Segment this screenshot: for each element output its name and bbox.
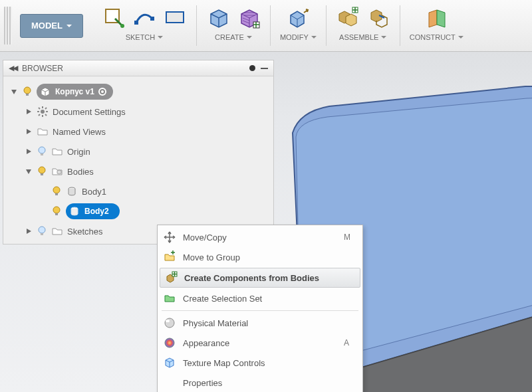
expand-toggle-icon[interactable] [25, 167, 33, 175]
press-pull-button[interactable] [286, 5, 310, 29]
panel-collapse-button[interactable]: ◀◀ [9, 64, 17, 72]
ctx-move-to-group[interactable]: Move to Group [159, 247, 361, 267]
dropdown-caret-icon [381, 36, 386, 41]
extrude-button[interactable] [206, 5, 230, 29]
tree-node-body2[interactable]: Body2 [7, 201, 273, 221]
ctx-label: Create Components from Bodies [184, 273, 336, 283]
svg-rect-21 [41, 233, 43, 235]
visibility-bulb-icon[interactable] [22, 86, 33, 97]
active-component-indicator-icon[interactable] [98, 88, 106, 96]
visibility-bulb-icon[interactable] [37, 146, 47, 157]
svg-point-12 [39, 167, 45, 173]
dropdown-caret-icon [247, 36, 252, 41]
new-component-button[interactable] [336, 5, 360, 29]
panel-pin-button[interactable] [249, 65, 255, 71]
svg-point-20 [39, 227, 45, 233]
toolbar-group-create-label[interactable]: CREATE [215, 33, 252, 41]
dropdown-caret-icon [158, 36, 163, 41]
ctx-move-copy[interactable]: Move/Copy M [159, 227, 361, 247]
construct-plane-button[interactable] [424, 5, 448, 29]
ctx-texture-map-controls[interactable]: Texture Map Controls [159, 353, 361, 373]
svg-point-1 [120, 24, 124, 28]
texture-map-icon [163, 356, 176, 369]
selected-body-chip[interactable]: Body2 [66, 203, 120, 219]
toolbar-group-sketch-label[interactable]: SKETCH [126, 33, 164, 41]
toolbar-grip[interactable] [4, 7, 12, 45]
tree-node-body1[interactable]: Body1 [7, 181, 273, 201]
svg-rect-8 [26, 94, 29, 96]
ctx-properties[interactable]: Properties [159, 373, 361, 392]
toolbar-group-construct: CONSTRUCT [400, 0, 473, 51]
main-toolbar: MODEL SKETCH CREATE [0, 0, 532, 52]
svg-point-9 [41, 110, 45, 114]
ctx-create-selection-set[interactable]: Create Selection Set [159, 288, 361, 308]
tree-node-bodies[interactable]: Bodies [7, 161, 273, 181]
toolbar-group-modify-label[interactable]: MODIFY [280, 33, 317, 41]
toolbar-group-construct-label[interactable]: CONSTRUCT [410, 33, 464, 41]
rectangle-button[interactable] [163, 5, 187, 29]
spline-button[interactable] [132, 5, 156, 29]
browser-panel: ◀◀ BROWSER Корпус v1 Document Settings N… [3, 60, 274, 245]
material-sphere-icon [163, 316, 176, 330]
body-cylinder-icon [68, 205, 80, 217]
bodies-folder-icon [51, 165, 63, 177]
svg-rect-15 [55, 193, 58, 195]
browser-panel-header: ◀◀ BROWSER [3, 60, 273, 76]
caret-down-icon [66, 25, 72, 30]
svg-point-24 [166, 320, 170, 322]
toolbar-group-sketch: SKETCH [92, 0, 196, 51]
ctx-physical-material[interactable]: Physical Material [159, 313, 361, 333]
node-label: Body2 [84, 207, 109, 216]
svg-rect-18 [55, 213, 58, 215]
group-folder-icon [163, 250, 176, 264]
browser-title: BROWSER [22, 64, 244, 73]
expand-toggle-icon[interactable] [10, 88, 18, 96]
tree-node-origin[interactable]: Origin [7, 142, 273, 161]
visibility-bulb-icon[interactable] [51, 206, 62, 217]
ctx-appearance[interactable]: Appearance A [159, 333, 361, 353]
ctx-label: Appearance [183, 338, 337, 348]
box-primitive-button[interactable] [237, 5, 261, 29]
folder-icon [51, 146, 63, 157]
ctx-label: Move/Copy [183, 233, 337, 243]
expand-toggle-icon[interactable] [25, 147, 33, 155]
blank-icon [163, 376, 176, 389]
move-icon [163, 231, 176, 244]
workspace-mode-button[interactable]: MODEL [20, 14, 83, 38]
node-label: Document Settings [53, 107, 126, 117]
expand-toggle-icon[interactable] [25, 128, 33, 136]
create-sketch-button[interactable] [102, 5, 126, 29]
svg-point-7 [24, 87, 31, 94]
ctx-shortcut: M [344, 233, 356, 242]
tree-node-named-views[interactable]: Named Views [7, 122, 273, 142]
ctx-create-components-from-bodies[interactable]: Create Components from Bodies [160, 268, 360, 288]
toolbar-group-create: CREATE [197, 0, 270, 51]
workspace-mode-label: MODEL [31, 21, 63, 31]
node-label: Origin [67, 147, 90, 157]
folder-icon [37, 126, 49, 138]
tree-root-node[interactable]: Корпус v1 [7, 82, 273, 102]
svg-rect-3 [150, 17, 154, 21]
dropdown-caret-icon [458, 36, 464, 41]
create-component-icon [164, 271, 178, 284]
joint-button[interactable] [366, 5, 390, 29]
visibility-bulb-icon[interactable] [37, 226, 47, 237]
svg-point-17 [53, 207, 60, 213]
toolbar-group-assemble-label[interactable]: ASSEMBLE [339, 33, 386, 41]
expand-toggle-icon[interactable] [25, 108, 33, 116]
ctx-label: Physical Material [183, 318, 337, 328]
ctx-label: Properties [183, 378, 337, 388]
expand-toggle-icon[interactable] [25, 227, 33, 235]
root-component-chip[interactable]: Корпус v1 [37, 84, 113, 100]
folder-icon [51, 225, 63, 237]
appearance-sphere-icon [163, 336, 176, 349]
dropdown-caret-icon [311, 36, 317, 41]
tree-node-document-settings[interactable]: Document Settings [7, 102, 273, 122]
visibility-bulb-icon[interactable] [37, 166, 47, 177]
ctx-label: Texture Map Controls [183, 358, 337, 368]
svg-rect-4 [166, 12, 184, 23]
panel-minimize-button[interactable] [261, 68, 268, 69]
visibility-bulb-icon[interactable] [51, 186, 62, 197]
gear-icon [37, 106, 49, 118]
toolbar-group-modify: MODIFY [271, 0, 326, 51]
